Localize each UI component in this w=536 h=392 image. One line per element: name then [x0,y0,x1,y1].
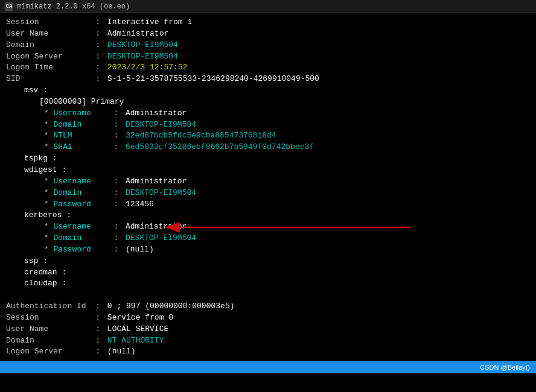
line-ssp: ssp : [6,256,530,267]
line-wdigest-domain: * Domain : DESKTOP-EI9M504 [6,188,530,199]
line-credman: credman : [6,267,530,279]
window-title: mimikatz 2.2.0 x64 (oe.eo) [17,2,130,11]
line-msv-domain: * Domain : DESKTOP-EI9M504 [6,119,530,131]
line-msv-username: * Username : Administrator [6,108,530,119]
line-session2: Session : Service from 0 [6,312,530,324]
line-wdigest-password: * Password : 123456 [6,199,530,210]
title-bar: CA mimikatz 2.2.0 x64 (oe.eo) [0,0,536,13]
line-cloudap: cloudap : [6,278,530,289]
line-session: Session : Interactive from 1 [6,17,530,28]
line-kerb-password: * Password : (null) [6,244,530,256]
line-msv-ntlm: * NTLM : 32ed87bdb5fdc5e9cba88547376818d… [6,130,530,142]
line-wdigest: wdigest : [6,165,530,176]
line-kerb-username: * Username : Administrator [6,221,530,233]
line-logon-server2: Logon Server : (null) [6,346,530,358]
line-username2: User Name : LOCAL SERVICE [6,324,530,335]
line-domain: Domain : DESKTOP-EI9M504 [6,40,530,51]
line-wdigest-username: * Username : Administrator [6,176,530,188]
line-tspkg: tspkg : [6,153,530,165]
line-msv-sha1: * SHA1 : 6ed5833cf35286ebf8662b7b5949f0d… [6,142,530,153]
line-blank [6,289,530,301]
line-sid: SID : S-1-5-21-3578755533-2346298240-426… [6,74,530,85]
line-kerb-domain: * Domain : DESKTOP-EI9M504 [6,233,530,244]
terminal-icon: CA [5,2,13,11]
line-msv: msv : [6,85,530,96]
line-logon-server: Logon Server : DESKTOP-EI9M504 [6,51,530,63]
line-kerberos: kerberos : [6,210,530,221]
line-username: User Name : Administrator [6,28,530,40]
line-primary: [00000003] Primary [6,96,530,108]
watermark: CSDN @Beilay() [480,364,530,371]
bottom-bar: CSDN @Beilay() [0,361,536,373]
terminal-output: Session : Interactive from 1 User Name :… [0,13,536,361]
line-auth-id: Authentication Id : 0 ; 997 (00000000:00… [6,301,530,312]
line-logon-time: Logon Time : 2023/2/3 12:57:52 [6,62,530,74]
line-domain2: Domain : NT AUTHORITY [6,335,530,347]
